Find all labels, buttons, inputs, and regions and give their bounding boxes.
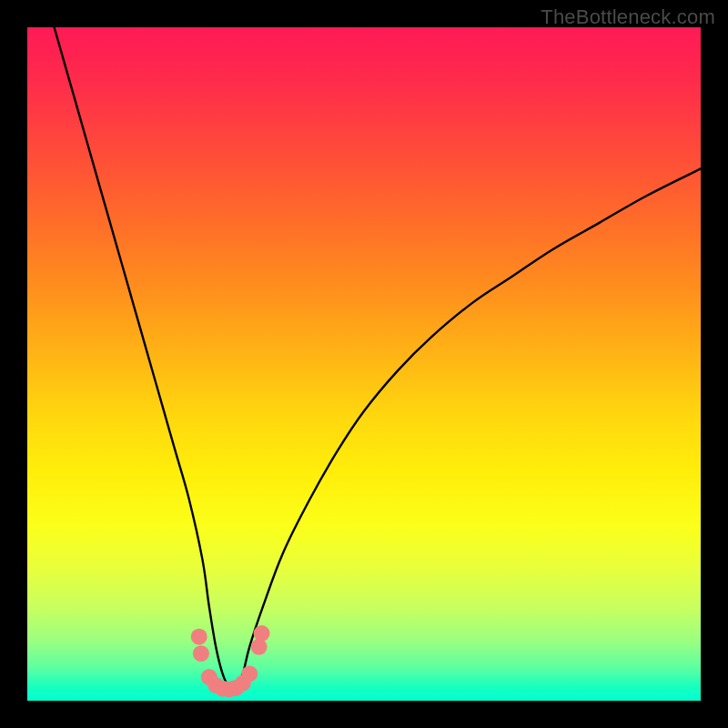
curve-layer bbox=[27, 27, 701, 701]
watermark-text: TheBottleneck.com bbox=[541, 5, 715, 29]
highlight-dot bbox=[193, 645, 209, 662]
highlight-dot bbox=[251, 639, 268, 655]
bottleneck-curve bbox=[55, 27, 701, 689]
highlight-dot bbox=[254, 625, 270, 642]
highlight-dot bbox=[191, 629, 207, 645]
plot-area bbox=[27, 27, 701, 701]
highlight-dot bbox=[241, 665, 258, 682]
highlight-dots bbox=[191, 625, 270, 697]
chart-frame: TheBottleneck.com bbox=[0, 0, 728, 728]
